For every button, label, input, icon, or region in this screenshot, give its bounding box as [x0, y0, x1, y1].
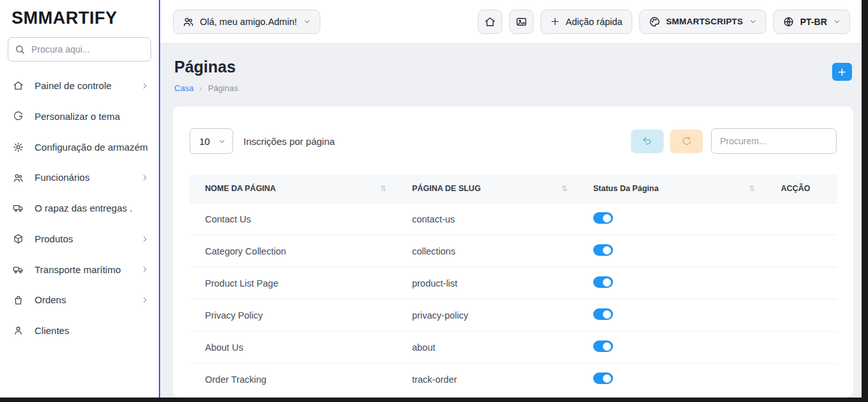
language-label: PT-BR — [800, 17, 827, 27]
gear-icon — [13, 142, 26, 153]
sidebar-item-delivery-boy[interactable]: O rapaz das entregas . — [0, 193, 159, 224]
refresh-icon — [682, 136, 692, 146]
table-row: Product List Page product-list — [190, 267, 837, 299]
breadcrumb: Casa › Páginas — [174, 83, 238, 93]
brand-logo[interactable]: SMMARTIFY — [0, 0, 159, 33]
page-name-cell: Contact Us — [190, 203, 397, 235]
action-cell — [766, 299, 837, 331]
palette-icon — [649, 16, 660, 28]
delivery-van-icon — [13, 203, 26, 214]
page-slug-cell: contact-us — [397, 203, 578, 235]
home-button[interactable] — [478, 10, 502, 34]
column-header-slug[interactable]: PÁGINA DE SLUG⇅ — [397, 174, 578, 203]
breadcrumb-home-link[interactable]: Casa — [174, 83, 193, 93]
page-name-cell: Order Tracking — [190, 364, 397, 396]
image-icon — [516, 16, 527, 28]
products-box-icon — [13, 233, 26, 244]
scripts-label: SMMARTSCRIPTS — [666, 17, 743, 26]
sidebar-item-shipping[interactable]: Transporte marítimo — [0, 255, 159, 285]
action-cell — [766, 235, 837, 267]
sidebar-item-customize-theme[interactable]: Personalizar o tema — [0, 101, 159, 132]
page-slug-cell: about — [397, 331, 578, 364]
quick-add-label: Adição rápida — [566, 17, 623, 27]
sort-icon[interactable]: ⇅ — [749, 184, 755, 193]
chevron-right-icon — [141, 296, 149, 304]
page-slug-cell: privacy-policy — [397, 299, 578, 331]
scripts-button[interactable]: SMMARTSCRIPTS — [639, 10, 766, 34]
sidebar-item-store-settings[interactable]: Configuração de armazém — [0, 132, 159, 163]
language-button[interactable]: PT-BR — [773, 10, 850, 34]
status-toggle[interactable] — [593, 373, 613, 384]
chevron-right-icon — [141, 265, 149, 273]
status-toggle[interactable] — [593, 340, 613, 352]
per-page-label: Inscrições por página — [243, 136, 335, 147]
sort-icon[interactable]: ⇅ — [561, 184, 568, 193]
vertical-scrollbar[interactable] — [862, 0, 868, 402]
horizontal-scrollbar[interactable] — [0, 398, 868, 402]
page-name-cell: About Us — [190, 331, 397, 364]
undo-icon — [643, 136, 653, 146]
home-icon — [13, 80, 26, 91]
breadcrumb-current: Páginas — [208, 83, 238, 93]
pages-card: 10 Inscrições por página NOME DA PÁGINA⇅… — [173, 106, 853, 398]
greeting-label: Olá, meu amigo.Admin! — [200, 17, 297, 27]
sort-icon[interactable]: ⇅ — [380, 184, 386, 193]
undo-button[interactable] — [631, 130, 664, 153]
chevron-down-icon — [749, 18, 757, 25]
status-toggle[interactable] — [593, 308, 613, 320]
table-search-input[interactable] — [711, 128, 837, 154]
column-header-name[interactable]: NOME DA PÁGINA⇅ — [190, 174, 397, 203]
users-icon — [13, 172, 26, 183]
status-toggle[interactable] — [593, 244, 613, 256]
sidebar-item-customers[interactable]: Clientes — [0, 315, 159, 346]
table-header-row: NOME DA PÁGINA⇅ PÁGINA DE SLUG⇅ Status D… — [190, 174, 837, 203]
table-row: Privacy Policy privacy-policy — [190, 299, 837, 331]
sidebar-search-input[interactable] — [30, 44, 149, 55]
shipping-truck-icon — [13, 264, 26, 275]
sidebar-item-employees[interactable]: Funcionários — [0, 162, 159, 193]
table-controls: 10 Inscrições por página — [190, 128, 837, 154]
chevron-down-icon — [304, 18, 311, 25]
topbar-actions: Adição rápida SMMARTSCRIPTS PT-BR — [478, 10, 850, 34]
plus-icon — [550, 17, 560, 26]
sidebar-item-products[interactable]: Produtos — [0, 224, 159, 255]
table-row: Contact Us contact-us — [190, 203, 837, 235]
page-slug-cell: product-list — [397, 267, 578, 299]
quick-add-button[interactable]: Adição rápida — [541, 10, 632, 34]
per-page-select[interactable]: 10 — [190, 128, 233, 154]
action-cell — [766, 203, 837, 235]
table-row: Order Tracking track-order — [190, 364, 837, 396]
sidebar-item-dashboard[interactable]: Painel de controle — [0, 71, 159, 101]
status-toggle[interactable] — [593, 276, 613, 288]
sidebar: SMMARTIFY Painel de controle Personaliza… — [0, 0, 160, 402]
chevron-down-icon — [833, 18, 840, 25]
page-slug-cell: collections — [397, 235, 578, 267]
column-header-status[interactable]: Status Da Página⇅ — [578, 174, 766, 203]
chevron-down-icon — [218, 138, 225, 145]
globe-icon — [783, 16, 794, 28]
per-page-value: 10 — [199, 136, 210, 147]
pages-table: NOME DA PÁGINA⇅ PÁGINA DE SLUG⇅ Status D… — [190, 174, 837, 395]
orders-bag-icon — [13, 295, 26, 306]
action-cell — [766, 364, 837, 396]
sidebar-item-orders[interactable]: Ordens — [0, 285, 159, 315]
chevron-right-icon — [141, 82, 149, 90]
plus-icon — [837, 67, 847, 77]
page-header: Páginas Casa › Páginas — [173, 56, 853, 93]
users-icon — [183, 16, 194, 28]
breadcrumb-separator: › — [199, 83, 202, 93]
page-name-cell: Privacy Policy — [190, 299, 397, 331]
page-name-cell: Product List Page — [190, 267, 397, 299]
add-page-button[interactable] — [832, 63, 852, 81]
home-icon — [484, 16, 496, 28]
page-name-cell: Category Collection — [190, 235, 397, 267]
refresh-button[interactable] — [670, 130, 703, 153]
main-content: Páginas Casa › Páginas 10 Inscrições por… — [160, 44, 862, 398]
status-toggle[interactable] — [593, 212, 613, 224]
sidebar-menu: Painel de controle Personalizar o tema C… — [0, 69, 159, 348]
sidebar-search — [8, 37, 151, 62]
greeting-button[interactable]: Olá, meu amigo.Admin! — [173, 10, 320, 34]
media-button[interactable] — [509, 10, 534, 34]
chevron-right-icon — [141, 235, 149, 243]
table-row: About Us about — [190, 331, 837, 364]
